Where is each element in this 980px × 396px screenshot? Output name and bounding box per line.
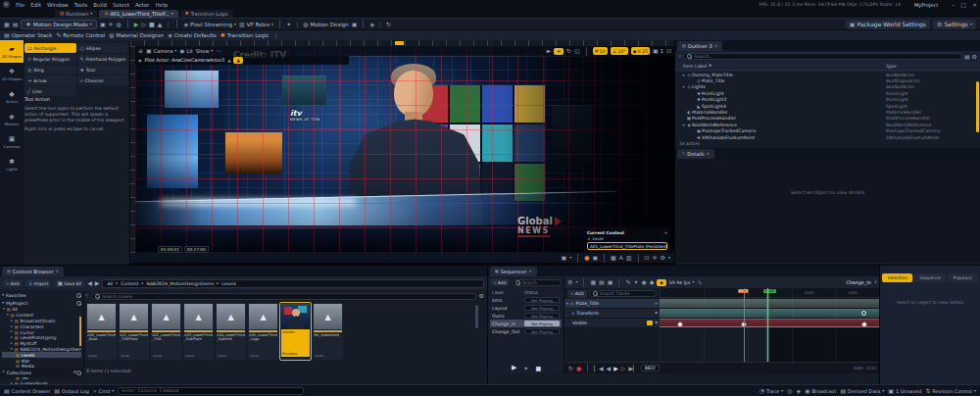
scale-tool-icon[interactable]: ◱ xyxy=(574,48,580,54)
motion-design-button[interactable]: ◍ Motion Design xyxy=(303,22,349,27)
tab-transition-logic[interactable]: ✱ Transition Logic xyxy=(180,10,234,18)
mask-icon[interactable]: ▥ xyxy=(626,255,632,261)
breadcrumb[interactable]: All▸ Content▸ NAB2024_MotionDesignDemo▸ … xyxy=(102,279,484,288)
viewport-menu-icon[interactable]: ≡ xyxy=(138,48,143,54)
tool-ring[interactable]: ◎Ring xyxy=(24,65,76,74)
playlist-add-button[interactable]: +Add xyxy=(490,278,510,286)
cmd-menu[interactable]: »Cmd▾ xyxy=(93,388,114,394)
tool-star[interactable]: ★Star xyxy=(77,65,129,74)
menu-window[interactable]: Window xyxy=(47,2,69,8)
asset-tile[interactable]: ▲A00_LowerThird_BaseLevel xyxy=(86,303,117,360)
tool-arrow[interactable]: →Arrow xyxy=(24,75,76,85)
eject-button[interactable]: ▲ xyxy=(158,22,163,27)
select-tool-icon[interactable]: ► xyxy=(547,48,552,54)
playlist-search-input[interactable]: Search xyxy=(512,279,563,286)
forward-icon[interactable]: ▶ xyxy=(95,280,100,286)
category-meshes[interactable]: ◈Meshes xyxy=(0,108,24,130)
menu-tools[interactable]: Tools xyxy=(74,2,88,8)
asset-tile[interactable]: ▲A01_LowerThird_TitlePlateLevel xyxy=(119,303,149,360)
playlist-play-button[interactable]: ▶ xyxy=(512,365,516,371)
move-tool-icon[interactable]: ✛ xyxy=(554,48,564,55)
asset-tile[interactable]: ▲M0_VideoFeedLevel xyxy=(313,303,343,360)
import-button[interactable]: ↓Import xyxy=(25,279,52,287)
rotate-tool-icon[interactable]: ↻ xyxy=(566,48,571,54)
chevron-down-icon[interactable]: ▾ xyxy=(668,256,670,260)
tools-options-icon[interactable]: ⋮ xyxy=(294,22,300,27)
text-overlay-icon[interactable]: A xyxy=(619,255,623,261)
project-section[interactable]: ▾MyProject xyxy=(2,299,81,307)
menu-build[interactable]: Build xyxy=(93,2,107,8)
tool-line[interactable]: ╱Line xyxy=(24,86,76,96)
tab-selection[interactable]: Selection xyxy=(882,273,912,282)
material-designer-button[interactable]: ◍Material Designer xyxy=(109,32,164,38)
asset-grid[interactable]: ▲A00_LowerThird_BaseLevel ▲A01_LowerThir… xyxy=(86,303,480,366)
keying-options-icon[interactable]: ◆ xyxy=(650,279,655,285)
outliner-row[interactable]: ▦PostProcessHandlerPostProcessHandler xyxy=(675,116,980,122)
vp-roles-menu[interactable]: ▥ VP Roles▾ xyxy=(239,22,273,27)
close-icon[interactable]: × xyxy=(714,44,717,48)
category-actors[interactable]: ◆Actors xyxy=(0,85,24,108)
retimer-icon[interactable]: ✦ xyxy=(633,279,638,285)
playlist-row[interactable]: IntroNot Playing xyxy=(490,296,562,304)
curve-editor-icon[interactable]: ∿ xyxy=(697,279,702,285)
tool-freehand-polygon[interactable]: ✎Freehand Polygon xyxy=(77,54,129,64)
view-settings-icon[interactable]: ⚙ xyxy=(479,293,484,299)
go-to-start-button[interactable]: ▏◀ xyxy=(594,366,603,371)
menu-actor[interactable]: Actor xyxy=(135,2,149,8)
timeline[interactable]: 0500 1000 0022 START xyxy=(660,288,880,372)
outliner-search-input[interactable]: Search... xyxy=(683,53,962,60)
toolbar-overflow-icon[interactable]: ⋮ xyxy=(273,32,279,38)
eye-options-icon[interactable]: ◉ xyxy=(641,279,646,285)
autokey-button[interactable]: ◆ xyxy=(657,279,665,286)
outliner-header[interactable]: Item Label▲Type xyxy=(675,62,980,70)
remote-control-button[interactable]: ✎Remote Control xyxy=(56,32,105,38)
transition-logic-button[interactable]: ✱Transition Logic xyxy=(220,32,270,38)
viewport-options-icon[interactable]: ⋯ xyxy=(216,48,221,54)
edit-icon[interactable]: ✎ xyxy=(625,279,630,285)
camera-select-menu[interactable]: ▣Camera▾ xyxy=(146,48,176,54)
playlist-tools-button[interactable]: ✦ xyxy=(523,366,528,371)
outliner-row[interactable]: ▾◈RealWorldReferenceRealWorldReference xyxy=(675,122,980,127)
fps-menu[interactable]: 59.94 fps▾ xyxy=(669,280,695,285)
outliner-scrollbar[interactable] xyxy=(976,81,979,132)
maximize-viewport-icon[interactable]: ⊡ xyxy=(666,48,671,54)
gear-icon[interactable]: ⚙ xyxy=(661,255,665,261)
outliner-row[interactable]: ▾◇Dummy_PlateTitleAvaNullActor xyxy=(675,72,980,77)
lock-icon[interactable]: × xyxy=(874,280,877,284)
selection-mode-icon[interactable]: ▣ xyxy=(100,22,106,27)
asset-tile-selected[interactable]: AnchorRundown xyxy=(280,303,311,360)
step-back-button[interactable]: ◀ xyxy=(607,366,612,371)
maximize-button[interactable]: □ xyxy=(960,2,966,8)
close-button[interactable]: × xyxy=(972,2,977,8)
rotation-snap-toggle[interactable]: ∠10° xyxy=(611,47,628,55)
category-cameras[interactable]: ▣Cameras xyxy=(0,130,24,153)
asset-tile[interactable]: ▲A05_LowerThird_LogoLevel xyxy=(248,303,278,360)
grid-view-icon[interactable]: ▦ xyxy=(611,255,616,261)
frame-skip-button[interactable]: ▷ xyxy=(141,22,146,27)
save-icon[interactable]: ▦ xyxy=(4,22,10,27)
chevron-down-icon[interactable]: ▾ xyxy=(569,256,571,260)
track-search-input[interactable]: Search Tracks xyxy=(589,290,658,297)
outliner-row[interactable]: ◣SpotLight4SpotLight xyxy=(675,103,980,109)
show-menu[interactable]: Show▾ xyxy=(196,48,214,54)
content-drawer-button[interactable]: ▤Content Drawer xyxy=(4,388,50,394)
current-frame-field[interactable]: 0022 xyxy=(641,365,660,371)
track-list[interactable]: ▾◎Plate_Title+ ▸Transform◆ Visible◆ xyxy=(564,299,660,328)
lane-transform[interactable] xyxy=(660,309,880,319)
category-2d-shapes[interactable]: ▰2D Shapes xyxy=(0,40,24,63)
tab-rundown[interactable]: ▤ Rundown▾ xyxy=(55,10,97,18)
tab-playback[interactable]: Playback xyxy=(948,273,978,282)
playlist-row-selected[interactable]: Change_InNot Playing xyxy=(490,320,562,327)
playlist-row[interactable]: Change_OutNot Playing xyxy=(490,327,562,335)
folder-icon[interactable]: ▤ xyxy=(964,54,970,60)
menu-help[interactable]: Help xyxy=(155,2,168,8)
collections-section[interactable]: ▸Collections⚙ xyxy=(0,368,84,377)
tab-lowerthird-titleplate[interactable]: ⚠ A01_LowerThird_TitleP...▾ xyxy=(99,10,177,18)
refresh-icon[interactable]: ↻ xyxy=(386,22,391,27)
record-button[interactable]: ● xyxy=(576,366,581,371)
step-forward-button[interactable]: ▷ xyxy=(621,366,626,371)
track-plate-title[interactable]: ▾◎Plate_Title+ xyxy=(564,299,660,309)
context-add-icon[interactable]: + xyxy=(664,231,667,235)
favorites-section[interactable]: ▾Favorites xyxy=(2,291,81,299)
stop-button[interactable]: ■ xyxy=(149,22,155,27)
